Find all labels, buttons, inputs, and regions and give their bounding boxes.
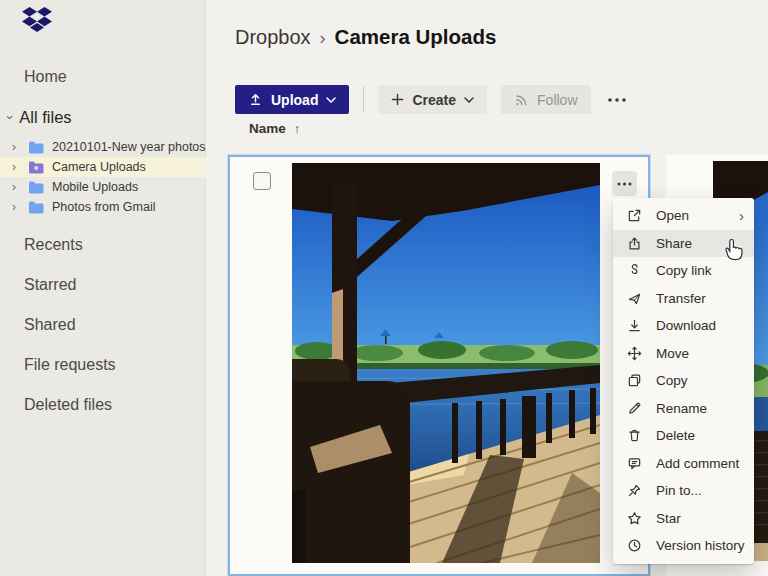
menu-item-delete[interactable]: Delete — [613, 422, 754, 450]
menu-item-copy[interactable]: Copy — [613, 367, 754, 395]
menu-item-pin-to[interactable]: Pin to... — [613, 477, 754, 505]
download-icon — [627, 318, 643, 334]
copy-icon — [627, 373, 643, 389]
sidebar-item-recents[interactable]: Recents — [24, 236, 83, 254]
sidebar-folder-mobile-uploads[interactable]: › Mobile Uploads — [0, 177, 206, 197]
context-menu: Open › Share Copy link Transfer Do — [613, 198, 754, 564]
star-icon — [627, 510, 643, 526]
sidebar-folder-photos-from-gmail[interactable]: › Photos from Gmail — [0, 197, 206, 217]
toolbar: Upload Create Follow — [235, 85, 631, 114]
folder-label: Camera Uploads — [52, 160, 146, 174]
pin-icon — [627, 483, 643, 499]
upload-button[interactable]: Upload — [235, 85, 349, 114]
folder-label: 20210101-New year photos — [52, 140, 206, 154]
menu-item-open[interactable]: Open › — [613, 202, 754, 230]
follow-label: Follow — [537, 92, 577, 108]
transfer-icon — [627, 290, 643, 306]
chevron-down-icon — [464, 97, 474, 103]
menu-item-rename[interactable]: Rename — [613, 395, 754, 423]
sidebar-item-home[interactable]: Home — [24, 68, 67, 86]
photo-tile-selected[interactable] — [228, 155, 650, 576]
feed-icon — [514, 92, 529, 107]
menu-item-move[interactable]: Move — [613, 340, 754, 368]
sort-by-name-header[interactable]: Name ↑ — [249, 121, 300, 136]
delete-icon — [627, 428, 643, 444]
all-files-label: All files — [19, 108, 71, 127]
upload-icon — [248, 92, 263, 107]
dropbox-files-page: { "icons": { "chevron_right": "›", "chev… — [0, 0, 768, 576]
open-icon — [627, 208, 643, 224]
toolbar-divider — [363, 86, 364, 113]
chevron-down-icon — [326, 97, 336, 103]
submenu-chevron-icon: › — [739, 208, 744, 223]
version-history-icon — [627, 538, 643, 554]
upload-label: Upload — [271, 92, 318, 108]
menu-item-transfer[interactable]: Transfer — [613, 285, 754, 313]
menu-item-copy-link[interactable]: Copy link — [613, 257, 754, 285]
folder-icon — [28, 141, 44, 154]
sidebar-item-file-requests[interactable]: File requests — [24, 356, 116, 374]
share-icon — [627, 235, 643, 251]
chevron-right-icon: › — [12, 161, 20, 173]
breadcrumb: Dropbox › Camera Uploads — [235, 25, 496, 49]
sidebar: Home › All files › 20210101-New year pho… — [0, 0, 206, 576]
folder-label: Photos from Gmail — [52, 200, 156, 214]
sidebar-folder-new-year-photos[interactable]: › 20210101-New year photos — [0, 137, 206, 157]
menu-item-version-history[interactable]: Version history — [613, 532, 754, 560]
photo-thumbnail-lake-deck[interactable] — [292, 163, 600, 563]
copy-link-icon — [627, 263, 643, 279]
sidebar-item-deleted-files[interactable]: Deleted files — [24, 396, 112, 414]
breadcrumb-separator-icon: › — [320, 28, 326, 49]
add-comment-icon — [627, 455, 643, 471]
menu-item-share[interactable]: Share — [613, 230, 754, 258]
folder-label: Mobile Uploads — [52, 180, 138, 194]
create-label: Create — [412, 92, 456, 108]
main-content: Dropbox › Camera Uploads Upload Create — [206, 0, 768, 576]
chevron-right-icon: › — [12, 181, 20, 193]
menu-item-download[interactable]: Download — [613, 312, 754, 340]
chevron-right-icon: › — [12, 201, 20, 213]
chevron-right-icon: › — [12, 141, 20, 153]
chevron-down-icon: › — [4, 115, 17, 119]
sidebar-folder-camera-uploads[interactable]: › Camera Uploads — [0, 157, 206, 177]
tile-more-button[interactable] — [612, 171, 637, 196]
toolbar-more-icon[interactable] — [603, 91, 631, 109]
sidebar-item-all-files[interactable]: › All files — [8, 108, 72, 127]
folder-icon — [28, 181, 44, 194]
camera-uploads-folder-icon — [28, 161, 44, 174]
move-icon — [627, 345, 643, 361]
create-button[interactable]: Create — [378, 85, 487, 114]
plus-icon — [391, 93, 404, 106]
sort-ascending-icon: ↑ — [294, 121, 301, 136]
rename-icon — [627, 400, 643, 416]
follow-button[interactable]: Follow — [501, 85, 590, 114]
sidebar-item-starred[interactable]: Starred — [24, 276, 76, 294]
name-column-label: Name — [249, 121, 286, 136]
menu-item-add-comment[interactable]: Add comment — [613, 450, 754, 478]
menu-item-star[interactable]: Star — [613, 505, 754, 533]
tile-checkbox[interactable] — [253, 172, 271, 190]
more-icon — [617, 182, 632, 186]
breadcrumb-root[interactable]: Dropbox — [235, 26, 311, 49]
folder-icon — [28, 201, 44, 214]
sidebar-item-shared[interactable]: Shared — [24, 316, 76, 334]
dropbox-logo-icon[interactable] — [22, 7, 52, 33]
page-title: Camera Uploads — [335, 25, 497, 49]
